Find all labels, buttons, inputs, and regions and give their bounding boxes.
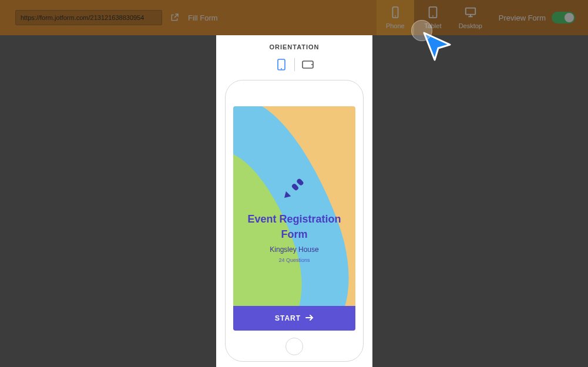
tablet-icon [426, 6, 439, 20]
form-question-count: 24 Questions [278, 257, 310, 263]
toggle-knob [565, 13, 574, 22]
device-tab-phone[interactable]: Phone [377, 0, 414, 35]
orientation-landscape-button[interactable] [300, 58, 316, 72]
cursor-indicator [422, 31, 453, 65]
svg-rect-12 [291, 183, 299, 191]
svg-rect-4 [466, 8, 476, 15]
form-subtitle: Kingsley House [270, 245, 318, 254]
orientation-portrait-button[interactable] [273, 58, 290, 72]
fill-form-link[interactable]: Fill Form [188, 14, 218, 22]
url-input[interactable] [15, 10, 162, 25]
phone-screen: Event Registration Form Kingsley House 2… [233, 106, 355, 331]
svg-rect-11 [296, 178, 304, 186]
form-title: Event Registration Form [247, 211, 341, 242]
device-tab-phone-label: Phone [386, 22, 405, 29]
svg-marker-13 [282, 191, 291, 201]
start-button[interactable]: START [233, 306, 355, 331]
phone-mockup-frame: Event Registration Form Kingsley House 2… [225, 80, 364, 362]
preview-form-label: Preview Form [499, 14, 546, 22]
phone-icon [389, 6, 402, 20]
device-tab-desktop-label: Desktop [459, 22, 482, 29]
desktop-icon [464, 6, 477, 20]
arrow-right-icon [305, 314, 314, 322]
device-tab-tablet[interactable]: Tablet [414, 0, 452, 35]
start-button-label: START [275, 314, 301, 322]
device-tab-tablet-label: Tablet [424, 22, 441, 29]
orientation-label: ORIENTATION [269, 43, 319, 50]
pencil-logo-icon [280, 174, 308, 204]
preview-panel: ORIENTATION [216, 35, 372, 367]
svg-marker-15 [424, 33, 450, 60]
preview-form-toggle[interactable] [552, 12, 575, 23]
cursor-arrow-icon [422, 31, 453, 62]
device-tab-desktop[interactable]: Desktop [452, 0, 489, 35]
preview-form-toggle-wrap: Preview Form [489, 0, 588, 35]
open-external-icon[interactable] [169, 12, 180, 23]
orientation-toggle [273, 58, 316, 72]
topbar: Fill Form Phone Tablet Desktop Preview F… [0, 0, 588, 35]
device-tabs: Phone Tablet Desktop [377, 0, 489, 35]
orientation-divider [294, 58, 295, 71]
phone-home-button[interactable] [285, 338, 303, 355]
